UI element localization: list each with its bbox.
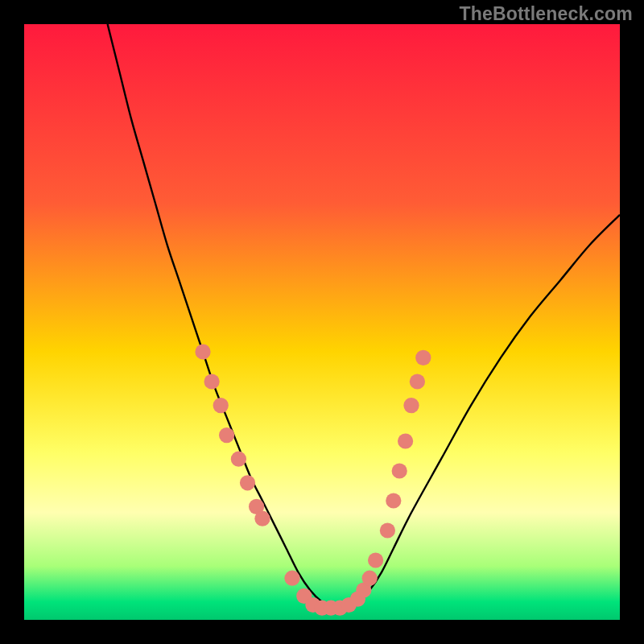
data-marker	[410, 374, 425, 389]
data-marker	[231, 452, 246, 467]
data-marker	[204, 374, 219, 389]
data-marker	[398, 433, 413, 448]
chart-frame: TheBottleneck.com	[0, 0, 644, 644]
data-marker	[386, 493, 401, 508]
chart-svg	[24, 24, 620, 620]
data-marker	[213, 398, 229, 413]
data-marker	[392, 463, 407, 478]
data-marker	[254, 511, 270, 526]
data-marker	[284, 571, 299, 586]
data-marker	[403, 398, 419, 413]
data-marker	[240, 475, 255, 490]
data-marker	[219, 427, 234, 443]
data-marker	[415, 350, 431, 365]
data-marker	[195, 344, 210, 359]
watermark-text: TheBottleneck.com	[459, 3, 633, 25]
data-marker	[368, 552, 383, 568]
plot-area	[24, 24, 620, 620]
data-marker	[380, 522, 395, 538]
gradient-background	[24, 24, 620, 620]
data-marker	[362, 571, 378, 586]
